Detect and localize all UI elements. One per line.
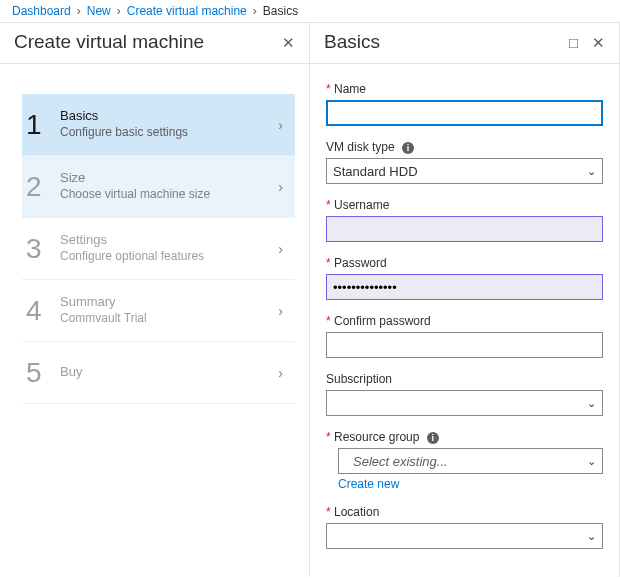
chevron-down-icon: ⌄ — [587, 165, 596, 178]
chevron-right-icon: › — [278, 303, 283, 319]
step-number: 4 — [26, 295, 60, 327]
step-title: Buy — [60, 364, 278, 381]
breadcrumb: Dashboard › New › Create virtual machine… — [0, 0, 620, 23]
maximize-icon[interactable]: □ — [569, 35, 578, 50]
resource-group-select[interactable]: Select existing... ⌄ — [338, 448, 603, 474]
select-value: Standard HDD — [333, 164, 418, 179]
step-title: Summary — [60, 294, 278, 311]
step-title: Settings — [60, 232, 278, 249]
breadcrumb-create-vm[interactable]: Create virtual machine — [127, 4, 247, 18]
breadcrumb-new[interactable]: New — [87, 4, 111, 18]
step-buy[interactable]: 5 Buy › — [22, 342, 295, 404]
step-summary[interactable]: 4 Summary Commvault Trial › — [22, 280, 295, 342]
blade-title: Basics — [324, 31, 380, 53]
chevron-right-icon: › — [278, 241, 283, 257]
step-title: Size — [60, 170, 278, 187]
step-subtitle: Configure optional features — [60, 249, 278, 265]
chevron-right-icon: › — [253, 4, 257, 18]
step-number: 2 — [26, 171, 60, 203]
create-new-link[interactable]: Create new — [338, 477, 399, 491]
step-title: Basics — [60, 108, 278, 125]
confirm-password-label: Confirm password — [326, 314, 603, 328]
chevron-down-icon: ⌄ — [587, 455, 596, 468]
chevron-down-icon: ⌄ — [587, 530, 596, 543]
step-number: 5 — [26, 357, 60, 389]
step-subtitle: Commvault Trial — [60, 311, 278, 327]
resource-group-label: Resource group i — [326, 430, 603, 444]
password-input[interactable] — [326, 274, 603, 300]
chevron-right-icon: › — [77, 4, 81, 18]
chevron-right-icon: › — [278, 117, 283, 133]
chevron-right-icon: › — [117, 4, 121, 18]
vm-disk-type-select[interactable]: Standard HDD ⌄ — [326, 158, 603, 184]
step-number: 1 — [26, 109, 60, 141]
location-label: Location — [326, 505, 603, 519]
step-subtitle: Configure basic settings — [60, 125, 278, 141]
step-number: 3 — [26, 233, 60, 265]
select-value: Select existing... — [353, 454, 448, 469]
blade-title: Create virtual machine — [14, 31, 204, 53]
confirm-password-input[interactable] — [326, 332, 603, 358]
step-basics[interactable]: 1 Basics Configure basic settings › — [22, 94, 295, 156]
create-vm-blade: Create virtual machine ✕ 1 Basics Config… — [0, 23, 310, 577]
chevron-right-icon: › — [278, 179, 283, 195]
step-size[interactable]: 2 Size Choose virtual machine size › — [22, 156, 295, 218]
close-icon[interactable]: ✕ — [592, 35, 605, 50]
breadcrumb-current: Basics — [263, 4, 298, 18]
password-label: Password — [326, 256, 603, 270]
step-subtitle: Choose virtual machine size — [60, 187, 278, 203]
name-label: Name — [326, 82, 603, 96]
info-icon[interactable]: i — [427, 432, 439, 444]
step-settings[interactable]: 3 Settings Configure optional features › — [22, 218, 295, 280]
close-icon[interactable]: ✕ — [282, 35, 295, 50]
username-input[interactable] — [326, 216, 603, 242]
breadcrumb-dashboard[interactable]: Dashboard — [12, 4, 71, 18]
subscription-label: Subscription — [326, 372, 603, 386]
info-icon[interactable]: i — [402, 142, 414, 154]
chevron-right-icon: › — [278, 365, 283, 381]
username-label: Username — [326, 198, 603, 212]
vm-disk-type-label: VM disk type i — [326, 140, 603, 154]
basics-blade: Basics □ ✕ Name VM disk type i Standard … — [310, 23, 620, 577]
chevron-down-icon: ⌄ — [587, 397, 596, 410]
location-select[interactable]: ⌄ — [326, 523, 603, 549]
name-input[interactable] — [326, 100, 603, 126]
subscription-select[interactable]: ⌄ — [326, 390, 603, 416]
